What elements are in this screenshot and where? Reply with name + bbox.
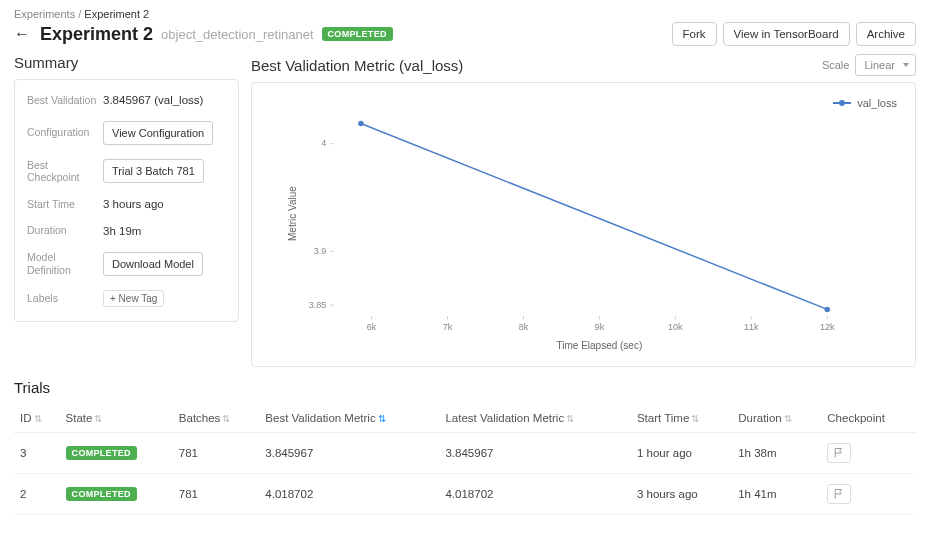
status-badge: COMPLETED xyxy=(322,27,393,41)
svg-text:7k: 7k xyxy=(443,322,453,332)
svg-text:8k: 8k xyxy=(519,322,529,332)
chart-title: Best Validation Metric (val_loss) xyxy=(251,57,463,74)
cell-best-metric: 4.018702 xyxy=(259,474,439,515)
col-start-time[interactable]: Start Time⇅ xyxy=(631,404,732,433)
archive-button[interactable]: Archive xyxy=(856,22,916,46)
col-best-metric[interactable]: Best Validation Metric⇅ xyxy=(259,404,439,433)
svg-text:12k: 12k xyxy=(820,322,835,332)
summary-label-model-definition: Model Definition xyxy=(27,251,97,276)
svg-text:6k: 6k xyxy=(367,322,377,332)
col-latest-metric[interactable]: Latest Validation Metric⇅ xyxy=(439,404,630,433)
svg-text:3.9: 3.9 xyxy=(314,246,327,256)
col-checkpoint: Checkpoint xyxy=(821,404,916,433)
back-arrow-icon[interactable]: ← xyxy=(14,25,30,43)
summary-value-duration: 3h 19m xyxy=(103,225,226,237)
scale-select[interactable]: Linear xyxy=(855,54,916,76)
cell-checkpoint xyxy=(821,474,916,515)
svg-text:4: 4 xyxy=(321,138,326,148)
col-state[interactable]: State⇅ xyxy=(60,404,173,433)
cell-latest-metric: 3.845967 xyxy=(439,433,630,474)
cell-latest-metric: 4.018702 xyxy=(439,474,630,515)
scale-label: Scale xyxy=(822,59,850,71)
cell-start-time: 1 hour ago xyxy=(631,433,732,474)
summary-panel: Best Validation 3.845967 (val_loss) Conf… xyxy=(14,79,239,322)
cell-start-time: 3 hours ago xyxy=(631,474,732,515)
chart-svg: 3.853.946k7k8k9k10k11k12kTime Elapsed (s… xyxy=(264,95,903,354)
col-duration[interactable]: Duration⇅ xyxy=(732,404,821,433)
svg-text:10k: 10k xyxy=(668,322,683,332)
svg-point-23 xyxy=(825,307,830,312)
trials-title: Trials xyxy=(14,379,916,396)
cell-batches: 781 xyxy=(173,474,260,515)
summary-value-start-time: 3 hours ago xyxy=(103,198,226,210)
cell-duration: 1h 41m xyxy=(732,474,821,515)
breadcrumb-current: Experiment 2 xyxy=(84,8,149,20)
summary-value-best-validation: 3.845967 (val_loss) xyxy=(103,94,226,106)
fork-button[interactable]: Fork xyxy=(672,22,717,46)
svg-text:Time Elapsed (sec): Time Elapsed (sec) xyxy=(557,340,643,351)
view-tensorboard-button[interactable]: View in TensorBoard xyxy=(723,22,850,46)
breadcrumb-root[interactable]: Experiments xyxy=(14,8,75,20)
legend-label: val_loss xyxy=(857,97,897,109)
svg-text:Metric Value: Metric Value xyxy=(287,186,298,241)
cell-duration: 1h 38m xyxy=(732,433,821,474)
cell-id: 2 xyxy=(14,474,60,515)
checkpoint-flag-button[interactable] xyxy=(827,484,851,504)
cell-best-metric: 3.845967 xyxy=(259,433,439,474)
best-checkpoint-button[interactable]: Trial 3 Batch 781 xyxy=(103,159,204,183)
summary-label-best-checkpoint: Best Checkpoint xyxy=(27,159,97,184)
view-configuration-button[interactable]: View Configuration xyxy=(103,121,213,145)
cell-state: COMPLETED xyxy=(60,474,173,515)
cell-checkpoint xyxy=(821,433,916,474)
cell-state: COMPLETED xyxy=(60,433,173,474)
checkpoint-flag-button[interactable] xyxy=(827,443,851,463)
svg-text:11k: 11k xyxy=(744,322,759,332)
summary-label-best-validation: Best Validation xyxy=(27,94,97,107)
table-row[interactable]: 3COMPLETED7813.8459673.8459671 hour ago1… xyxy=(14,433,916,474)
summary-label-duration: Duration xyxy=(27,224,97,237)
breadcrumb: Experiments / Experiment 2 xyxy=(14,8,916,20)
new-tag-button[interactable]: + New Tag xyxy=(103,290,164,307)
table-row[interactable]: 2COMPLETED7814.0187024.0187023 hours ago… xyxy=(14,474,916,515)
svg-text:9k: 9k xyxy=(595,322,605,332)
chart-legend: val_loss xyxy=(833,97,897,109)
summary-label-configuration: Configuration xyxy=(27,126,97,139)
col-id[interactable]: ID⇅ xyxy=(14,404,60,433)
legend-marker-icon xyxy=(833,102,851,104)
trials-table: ID⇅ State⇅ Batches⇅ Best Validation Metr… xyxy=(14,404,916,515)
col-batches[interactable]: Batches⇅ xyxy=(173,404,260,433)
summary-label-labels: Labels xyxy=(27,292,97,305)
cell-id: 3 xyxy=(14,433,60,474)
svg-text:3.85: 3.85 xyxy=(309,300,327,310)
summary-title: Summary xyxy=(14,54,239,71)
summary-label-start-time: Start Time xyxy=(27,198,97,211)
page-title: Experiment 2 xyxy=(40,24,153,45)
cell-batches: 781 xyxy=(173,433,260,474)
page-subtitle: object_detection_retinanet xyxy=(161,27,314,42)
chart-panel: val_loss 3.853.946k7k8k9k10k11k12kTime E… xyxy=(251,82,916,367)
svg-point-22 xyxy=(358,121,363,126)
download-model-button[interactable]: Download Model xyxy=(103,252,203,276)
